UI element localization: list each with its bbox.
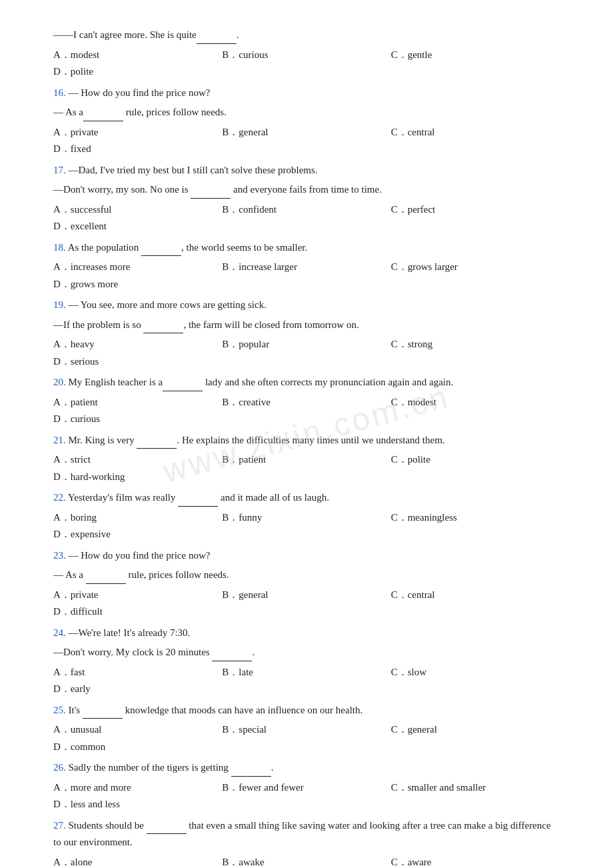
question-text: — As a rule, prices follow needs. — [53, 107, 227, 117]
option-item[interactable]: B．fewer and fewer — [222, 779, 390, 797]
question-intro: 17. —Dad, I've tried my best but I still… — [53, 162, 560, 179]
option-item[interactable]: D．excellent — [53, 218, 560, 235]
option-item[interactable]: D．fixed — [53, 141, 560, 158]
question-intro: 20. My English teacher is a lady and she… — [53, 374, 560, 391]
question-text: —Dad, I've tried my best but I still can… — [69, 165, 318, 175]
question-intro: 21. Mr. King is very . He explains the d… — [53, 432, 560, 449]
option-item[interactable]: C．grows larger — [391, 259, 560, 276]
option-item[interactable]: B．special — [222, 721, 390, 739]
option-item[interactable]: A．boring — [53, 509, 222, 527]
question-number: 20. — [53, 377, 69, 387]
option-item[interactable]: D．serious — [53, 353, 560, 371]
question-text: — As a rule, prices follow needs. — [53, 569, 229, 580]
option-item[interactable]: A．alone — [53, 854, 222, 869]
option-item[interactable]: A．successful — [53, 201, 222, 219]
question-text: — You see, more and more cows are gettin… — [69, 299, 267, 310]
option-item[interactable]: C．gentle — [391, 47, 560, 64]
option-item[interactable]: D．difficult — [53, 603, 560, 621]
option-item[interactable]: C．aware — [391, 854, 560, 869]
option-item[interactable]: B．general — [222, 587, 390, 604]
option-item[interactable]: D．curious — [53, 411, 560, 428]
question-block: 26. Sadly the number of the tigers is ge… — [53, 759, 560, 813]
question-text: —Don't worry. My clock is 20 minutes . — [53, 647, 255, 657]
question-block: 17. —Dad, I've tried my best but I still… — [53, 162, 560, 235]
option-item[interactable]: B．awake — [222, 854, 390, 869]
question-followup: —Don't worry, my son. No one is and ever… — [53, 181, 560, 199]
option-item[interactable]: A．patient — [53, 394, 222, 411]
option-item[interactable]: B．general — [222, 124, 390, 141]
question-text: Mr. King is very . He explains the diffi… — [69, 435, 445, 445]
options-row: A．successfulB．confidentC．perfectD．excell… — [53, 201, 560, 235]
option-item[interactable]: B．curious — [222, 47, 390, 64]
option-item[interactable]: A．strict — [53, 451, 222, 469]
question-number: 18. — [53, 242, 68, 253]
fill-blank — [83, 708, 123, 719]
fill-blank — [83, 111, 123, 121]
options-row: A．unusualB．specialC．generalD．common — [53, 721, 560, 755]
option-item[interactable]: A．private — [53, 124, 222, 141]
option-item[interactable]: A．heavy — [53, 336, 222, 353]
option-item[interactable]: A．modest — [53, 47, 222, 64]
option-item[interactable]: D．grows more — [53, 276, 560, 293]
question-text: —Don't worry, my son. No one is and ever… — [53, 184, 382, 195]
option-item[interactable]: B．confident — [222, 201, 390, 219]
question-intro: ——I can't agree more. She is quite. — [53, 27, 560, 44]
option-item[interactable]: C．strong — [391, 336, 560, 353]
option-item[interactable]: C．meaningless — [391, 509, 560, 527]
option-item[interactable]: A．more and more — [53, 779, 222, 797]
options-row: A．increases moreB．increase largerC．grows… — [53, 259, 560, 293]
option-item[interactable]: D．less and less — [53, 796, 560, 813]
option-item[interactable]: C．smaller and smaller — [391, 779, 560, 797]
option-item[interactable]: C．slow — [391, 664, 560, 681]
question-number: 16. — [53, 87, 69, 98]
options-row: A．strictB．patientC．politeD．hard-working — [53, 451, 560, 485]
question-text: As the population , the world seems to b… — [68, 242, 308, 253]
option-item[interactable]: D．early — [53, 681, 560, 698]
question-text: —If the problem is so , the farm will be… — [53, 319, 359, 330]
option-item[interactable]: C．central — [391, 587, 560, 604]
question-intro: 16. — How do you find the price now? — [53, 85, 560, 102]
option-item[interactable]: B．funny — [222, 509, 390, 527]
option-item[interactable]: D．polite — [53, 63, 560, 81]
options-row: A．boringB．funnyC．meaninglessD．expensive — [53, 509, 560, 543]
question-text: It's knowledge that moods can have an in… — [69, 705, 363, 715]
option-item[interactable]: C．central — [391, 124, 560, 141]
option-item[interactable]: C．modest — [391, 394, 560, 411]
question-number: 25. — [53, 705, 69, 715]
option-item[interactable]: B．popular — [222, 336, 390, 353]
question-block: 24. —We're late! It's already 7:30.—Don'… — [53, 625, 560, 698]
option-item[interactable]: A．increases more — [53, 259, 222, 276]
option-item[interactable]: C．general — [391, 721, 560, 739]
question-followup: — As a rule, prices follow needs. — [53, 567, 560, 584]
option-item[interactable]: C．perfect — [391, 201, 560, 219]
option-item[interactable]: D．common — [53, 739, 560, 756]
option-item[interactable]: B．patient — [222, 451, 390, 469]
question-block: 27. Students should be that even a small… — [53, 817, 560, 869]
options-row: A．fastB．lateC．slowD．early — [53, 664, 560, 698]
option-item[interactable]: A．unusual — [53, 721, 222, 739]
options-row: A．privateB．generalC．centralD．fixed — [53, 124, 560, 158]
fill-blank — [163, 381, 203, 391]
option-item[interactable]: A．fast — [53, 664, 222, 681]
options-row: A．heavyB．popularC．strongD．serious — [53, 336, 560, 370]
question-block: 22. Yesterday's film was really and it m… — [53, 489, 560, 543]
option-item[interactable]: D．hard-working — [53, 469, 560, 486]
option-item[interactable]: D．expensive — [53, 526, 560, 543]
question-intro: 26. Sadly the number of the tigers is ge… — [53, 759, 560, 777]
option-item[interactable]: A．private — [53, 587, 222, 604]
option-item[interactable]: B．creative — [222, 394, 390, 411]
question-text: —We're late! It's already 7:30. — [69, 627, 191, 638]
option-item[interactable]: C．polite — [391, 451, 560, 469]
option-item[interactable]: B．late — [222, 664, 390, 681]
question-number: 22. — [53, 492, 68, 503]
question-number: 24. — [53, 627, 69, 638]
question-intro: 22. Yesterday's film was really and it m… — [53, 489, 560, 507]
fill-blank — [147, 823, 187, 834]
options-row: A．aloneB．awakeC．awareD．afraid — [53, 854, 560, 869]
question-number: 19. — [53, 299, 69, 310]
question-text: Yesterday's film was really and it made … — [68, 492, 329, 503]
question-number: 26. — [53, 762, 69, 773]
fill-blank — [191, 188, 231, 199]
option-item[interactable]: B．increase larger — [222, 259, 390, 276]
fill-blank — [143, 323, 183, 333]
